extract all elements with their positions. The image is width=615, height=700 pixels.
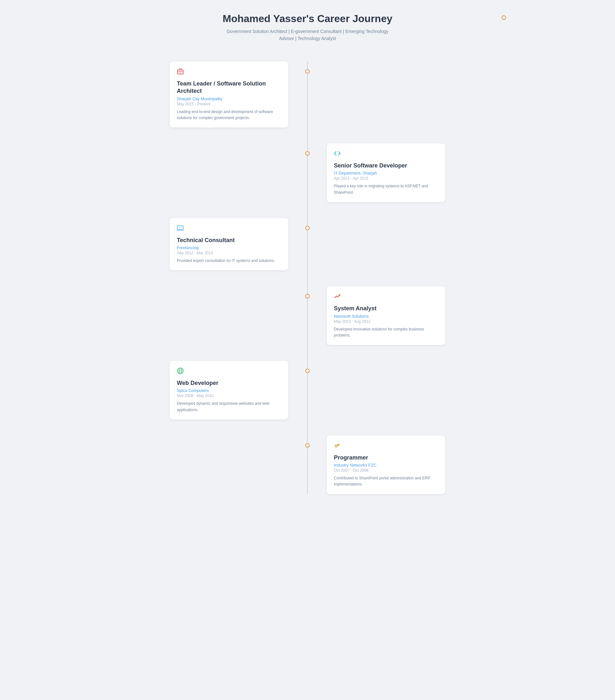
page-title: Mohamed Yasser's Career Journey [0,13,615,25]
timeline-container: Team Leader / Software Solution Architec… [163,62,452,494]
code-icon [334,150,438,159]
card-description-web-developer: Developed dynamic and responsive website… [177,401,281,413]
card-programmer: Programmer Industry Networks FZC Oct 200… [327,436,445,494]
card-description-tech-consultant: Provided expert consultation on IT syste… [177,258,281,264]
card-title-tech-consultant: Technical Consultant [177,237,281,244]
card-description-team-leader: Leading end-to-end design and developmen… [177,109,281,121]
timeline-item-programmer: Programmer Industry Networks FZC Oct 200… [170,436,445,494]
card-company-tech-consultant: Freelancing [177,245,281,250]
card-date-tech-consultant: Sep 2012 - Mar 2013 [177,251,281,255]
card-company-senior-dev: IT Department, Sharjah [334,171,438,175]
timeline-dot-programmer [305,443,310,448]
card-description-programmer: Contributed to SharePoint portal adminis… [334,475,438,487]
card-system-analyst: System Analyst Nanosoft Solutions May 20… [327,286,445,345]
card-title-system-analyst: System Analyst [334,305,438,312]
chart-icon [334,293,438,302]
decorative-dot [502,15,506,20]
card-company-team-leader: Sharjah City Municipality [177,96,281,101]
card-date-programmer: Oct 2007 - Oct 2008 [334,468,438,473]
card-date-senior-dev: Apr 2013 - Apr 2015 [334,176,438,180]
svg-point-12 [336,446,337,446]
card-title-web-developer: Web Developer [177,379,281,387]
card-date-web-developer: Nov 2008 - May 2010 [177,393,281,398]
card-web-developer: Web Developer Spica Computers Nov 2008 -… [170,361,288,420]
svg-point-13 [338,445,339,445]
timeline-item-system-analyst: System Analyst Nanosoft Solutions May 20… [170,286,445,345]
timeline-dot-team-leader [305,69,310,74]
card-team-leader: Team Leader / Software Solution Architec… [170,62,288,127]
card-company-programmer: Industry Networks FZC [334,463,438,467]
card-description-senior-dev: Played a key role in migrating systems t… [334,183,438,195]
card-date-system-analyst: May 2010 - Aug 2012 [334,319,438,324]
laptop-icon [177,224,281,234]
card-title-team-leader: Team Leader / Software Solution Architec… [177,80,281,95]
page-header: Mohamed Yasser's Career Journey Governme… [0,13,615,42]
globe-icon [177,367,281,376]
svg-rect-0 [177,70,183,74]
card-senior-dev: Senior Software Developer IT Department,… [327,143,445,202]
card-tech-consultant: Technical Consultant Freelancing Sep 201… [170,218,288,271]
page-subtitle: Government Solution Architect | E-govern… [0,28,615,42]
timeline-item-senior-dev: Senior Software Developer IT Department,… [170,143,445,202]
card-company-system-analyst: Nanosoft Solutions [334,314,438,318]
gear-icon [334,442,438,451]
svg-rect-4 [179,226,182,228]
card-description-system-analyst: Developed innovative solutions for compl… [334,326,438,338]
timeline-dot-senior-dev [305,151,310,155]
briefcase-icon [177,68,281,77]
timeline-dot-web-developer [305,368,310,373]
timeline-item-team-leader: Team Leader / Software Solution Architec… [170,62,445,127]
timeline-item-web-developer: Web Developer Spica Computers Nov 2008 -… [170,361,445,420]
timeline-dot-tech-consultant [305,226,310,230]
timeline-dot-system-analyst [305,294,310,298]
timeline-item-tech-consultant: Technical Consultant Freelancing Sep 201… [170,218,445,271]
card-title-senior-dev: Senior Software Developer [334,162,438,170]
card-date-team-leader: May 2015 - Present [177,102,281,106]
card-company-web-developer: Spica Computers [177,388,281,393]
card-title-programmer: Programmer [334,454,438,461]
